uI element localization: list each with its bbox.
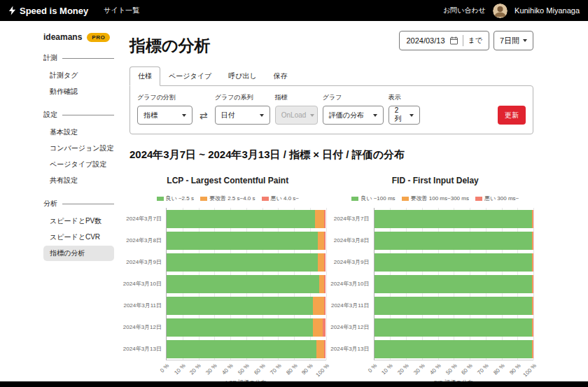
sidebar-section-settings: 設定 基本設定 コンバージョン設定 ページタイプ設定 共有設定 [43,110,114,188]
x-tick-label: 70 % [269,363,282,376]
sidebar-item-speed-cvr[interactable]: スピードとCVR [43,230,114,245]
sidebar-item-sharing-settings[interactable]: 共有設定 [43,173,114,188]
chevron-down-icon [182,114,186,117]
topbar-right: お問い合わせ Kunihiko Miyanaga [443,3,580,18]
lcp-chart: LCP - Largest Contentful Paint 良い ~2.5 s… [130,171,326,386]
sidebar-item-measurement-tag[interactable]: 計測タグ [43,68,114,83]
filter-label-graph: グラフ [323,93,384,102]
bar-segment [319,275,324,293]
bar-row [167,273,326,295]
bar-segment [374,210,533,228]
split-select[interactable]: 指標 [137,106,192,125]
update-button[interactable]: 更新 [498,106,526,125]
bar-segment [167,275,319,293]
site-list-link[interactable]: サイト一覧 [104,6,139,15]
bar-segment [167,253,318,272]
bar-segment [323,318,326,337]
bar-row [374,230,534,251]
bar-segment [324,297,326,315]
tab-pagetype[interactable]: ページタイプ [160,67,220,85]
tab-invocation[interactable]: 呼び出し [220,67,265,85]
sidebar-item-operation-check[interactable]: 動作確認 [43,84,114,99]
legend-item[interactable]: 悪い 4.0 s~ [262,195,299,202]
bar-segment [167,318,313,337]
contact-link[interactable]: お問い合わせ [443,6,486,15]
sidebar-item-metric-analysis[interactable]: 指標の分析 [43,246,114,261]
date-value: 2024/03/13 [406,36,444,45]
divider [62,115,114,115]
legend-label: 要改善 2.5 s~4.0 s [209,195,255,202]
bar-row [374,273,534,295]
bar-row [167,316,326,338]
gridline [326,208,327,360]
legend-swatch [351,197,358,201]
bar-segment [374,275,533,293]
bar-segment [533,318,533,337]
category-label: 2024年3月7日 [130,208,166,230]
legend-label: 要改善 100 ms~300 ms [411,195,469,202]
tab-save[interactable]: 保存 [265,67,296,85]
bar-row [374,208,534,230]
x-tick-label: 100 % [522,363,538,378]
legend-item[interactable]: 要改善 100 ms~300 ms [402,195,469,202]
calendar-icon[interactable] [450,36,458,45]
user-avatar[interactable] [493,3,507,18]
x-tick-label: 20 % [396,363,410,376]
filter-label-display: 表示 [388,93,420,102]
filter-group-display: 表示 2列 [388,93,420,125]
site-name: ideamans [43,32,82,42]
legend-item[interactable]: 良い ~100 ms [351,195,395,202]
divider [62,58,114,59]
user-name[interactable]: Kunihiko Miyanaga [514,6,580,15]
x-tick-label: 60 % [253,363,266,376]
chevron-down-icon [410,114,414,117]
stacked-bar [374,232,534,250]
category-label: 2024年3月10日 [130,273,166,295]
topbar: Speed is Money サイト一覧 お問い合わせ Kunihiko Miy… [0,0,588,21]
x-tick-label: 90 % [508,363,522,376]
category-label: 2024年3月12日 [130,316,166,338]
bar-row [374,251,534,273]
bar-segment [374,232,533,250]
stacked-bar [374,297,534,315]
bar-segment [533,253,533,272]
stacked-bar [374,340,534,358]
bar-segment [167,297,313,315]
page-header: 指標の分析 2024/03/13 まで 7日間 [130,29,533,57]
bar-segment [374,340,533,358]
fid-chart: FID - First Input Delay 良い ~100 ms要改善 10… [337,171,534,386]
category-label: 2024年3月9日 [337,251,374,273]
sidebar-item-speed-pv[interactable]: スピードとPV数 [43,213,114,229]
legend-item[interactable]: 悪い 300 ms~ [475,195,519,202]
charts-area: LCP - Largest Contentful Paint 良い ~2.5 s… [130,171,533,386]
category-label: 2024年3月10日 [337,273,374,295]
legend-swatch [475,197,482,201]
bar-row [167,251,326,273]
bar-segment [313,297,324,315]
x-axis-ticks: 0 %10 %20 %30 %40 %50 %60 %70 %80 %90 %1… [166,360,326,378]
site-name-row: ideamans PRO [43,32,114,42]
series-select-value: 日付 [221,111,235,120]
legend-swatch [262,197,269,201]
bar-segment [324,253,326,272]
section-header-settings: 設定 [43,110,114,120]
bar-segment [167,340,316,358]
display-select[interactable]: 2列 [388,106,420,125]
sidebar-item-conversion-settings[interactable]: コンバージョン設定 [43,141,114,156]
sidebar-item-pagetype-settings[interactable]: ページタイプ設定 [43,157,114,172]
app-logo[interactable]: Speed is Money [8,6,88,16]
legend-item[interactable]: 良い ~2.5 s [157,195,194,202]
swap-axes-icon[interactable]: ⇄ [197,106,210,125]
series-select[interactable]: 日付 [215,106,270,125]
bar-segment [316,340,324,358]
period-select[interactable]: 7日間 [493,31,533,50]
tab-spec[interactable]: 仕様 [130,66,160,86]
category-label: 2024年3月7日 [337,208,374,230]
legend-item[interactable]: 要改善 2.5 s~4.0 s [200,195,255,202]
graph-select[interactable]: 評価の分布 [323,106,384,125]
date-input[interactable]: 2024/03/13 まで [399,31,489,50]
category-label: 2024年3月12日 [337,316,374,338]
sidebar-item-basic-settings[interactable]: 基本設定 [43,125,114,140]
bar-row [374,295,534,316]
legend-label: 良い ~100 ms [360,195,395,202]
